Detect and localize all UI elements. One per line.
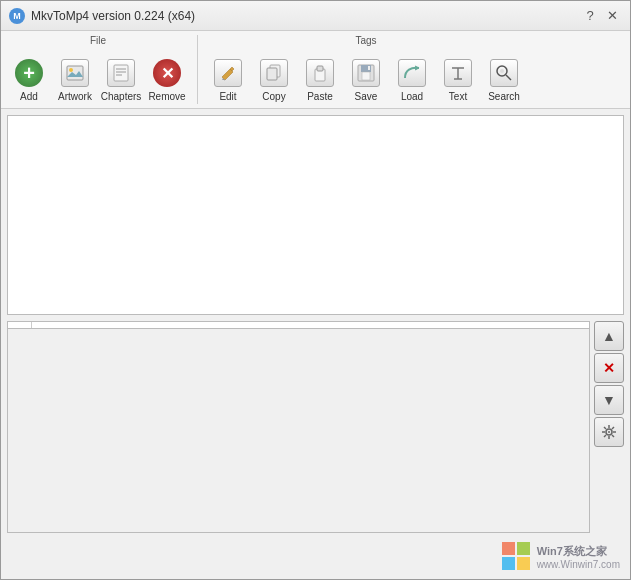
tags-group-label: Tags (206, 35, 526, 48)
windows-logo (501, 541, 533, 573)
col1-header (8, 322, 32, 328)
svg-point-22 (608, 431, 610, 433)
svg-line-28 (612, 435, 614, 437)
title-bar: M MkvToMp4 version 0.224 (x64) ? ✕ (1, 1, 630, 31)
svg-rect-33 (502, 557, 515, 570)
remove-item-button[interactable]: ✕ (594, 353, 624, 383)
paste-label: Paste (307, 91, 333, 102)
main-window: M MkvToMp4 version 0.224 (x64) ? ✕ File … (0, 0, 631, 580)
svg-line-29 (612, 427, 614, 429)
main-content: ▲ ✕ ▼ (1, 109, 630, 579)
file-list-area[interactable] (7, 115, 624, 315)
svg-rect-0 (67, 66, 83, 80)
search-icon (490, 59, 518, 87)
edit-button[interactable]: Edit (206, 48, 250, 104)
file-buttons: + Add (7, 48, 189, 104)
svg-rect-14 (368, 66, 370, 70)
svg-rect-10 (317, 66, 323, 71)
save-icon (352, 59, 380, 87)
bottom-panel: ▲ ✕ ▼ (7, 321, 624, 533)
svg-line-19 (506, 75, 511, 80)
svg-rect-34 (517, 557, 530, 570)
remove-icon: ✕ (153, 59, 181, 87)
copy-button[interactable]: Copy (252, 48, 296, 104)
remove-button[interactable]: ✕ Remove (145, 48, 189, 104)
load-icon-area (396, 57, 428, 89)
save-label: Save (355, 91, 378, 102)
tags-buttons: Edit Copy (206, 48, 526, 104)
file-group-label: File (7, 35, 189, 48)
file-group: File + Add (7, 35, 189, 104)
text-icon-area (442, 57, 474, 89)
artwork-button[interactable]: Artwork (53, 48, 97, 104)
text-label: Text (449, 91, 467, 102)
copy-icon-area (258, 57, 290, 89)
svg-rect-13 (362, 72, 370, 80)
edit-icon-area (212, 57, 244, 89)
add-button[interactable]: + Add (7, 48, 51, 104)
paste-button[interactable]: Paste (298, 48, 342, 104)
move-down-button[interactable]: ▼ (594, 385, 624, 415)
remove-label: Remove (148, 91, 185, 102)
artwork-label: Artwork (58, 91, 92, 102)
save-button[interactable]: Save (344, 48, 388, 104)
chapters-icon-area (105, 57, 137, 89)
svg-rect-31 (502, 542, 515, 555)
svg-line-27 (604, 427, 606, 429)
bottom-list[interactable] (7, 321, 590, 533)
paste-icon (306, 59, 334, 87)
toolbar-row: File + Add (7, 35, 624, 104)
toolbar: File + Add (1, 31, 630, 109)
app-icon: M (9, 8, 25, 24)
search-label: Search (488, 91, 520, 102)
watermark: Win7系统之家 www.Winwin7.com (501, 541, 620, 573)
add-icon-area: + (13, 57, 45, 89)
load-label: Load (401, 91, 423, 102)
svg-point-20 (500, 69, 504, 73)
window-title: MkvToMp4 version 0.224 (x64) (31, 9, 580, 23)
bottom-list-body (8, 329, 589, 532)
svg-line-30 (604, 435, 606, 437)
load-button[interactable]: Load (390, 48, 434, 104)
copy-icon (260, 59, 288, 87)
svg-rect-2 (114, 65, 128, 81)
paste-icon-area (304, 57, 336, 89)
search-button[interactable]: Search (482, 48, 526, 104)
search-icon-area (488, 57, 520, 89)
tags-group: Tags Edit (206, 35, 526, 104)
toolbar-separator (197, 35, 198, 104)
chapters-icon (107, 59, 135, 87)
svg-rect-32 (517, 542, 530, 555)
title-bar-controls: ? ✕ (580, 6, 622, 26)
side-buttons: ▲ ✕ ▼ (594, 321, 624, 533)
bottom-list-header (8, 322, 589, 329)
help-button[interactable]: ? (580, 6, 600, 26)
edit-label: Edit (219, 91, 236, 102)
artwork-icon-area (59, 57, 91, 89)
text-icon (444, 59, 472, 87)
watermark-text: Win7系统之家 www.Winwin7.com (537, 544, 620, 570)
chapters-button[interactable]: Chapters (99, 48, 143, 104)
load-icon (398, 59, 426, 87)
edit-icon (214, 59, 242, 87)
artwork-icon (61, 59, 89, 87)
watermark-area: Win7系统之家 www.Winwin7.com (7, 539, 624, 573)
col2-header (32, 322, 589, 328)
chapters-label: Chapters (101, 91, 142, 102)
svg-point-1 (69, 68, 73, 72)
text-button[interactable]: Text (436, 48, 480, 104)
save-icon-area (350, 57, 382, 89)
move-up-button[interactable]: ▲ (594, 321, 624, 351)
settings-button[interactable] (594, 417, 624, 447)
svg-rect-8 (267, 68, 277, 80)
copy-label: Copy (262, 91, 285, 102)
remove-icon-area: ✕ (151, 57, 183, 89)
close-button[interactable]: ✕ (602, 6, 622, 26)
add-icon: + (15, 59, 43, 87)
add-label: Add (20, 91, 38, 102)
